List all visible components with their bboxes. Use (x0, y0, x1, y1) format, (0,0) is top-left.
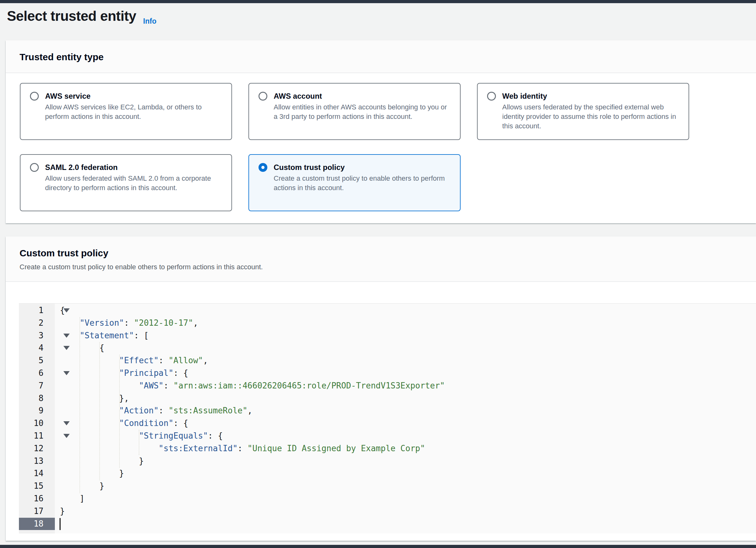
tile-description: Allow entities in other AWS accounts bel… (274, 102, 452, 121)
trusted-entity-type-card-header: Trusted entity type (6, 40, 756, 73)
page-header: Select trusted entity Info (0, 3, 756, 40)
code-line[interactable]: 12 "sts:ExternalId": "Unique ID Assigned… (19, 442, 756, 455)
code-line[interactable]: 6 "Principal": { (19, 367, 756, 380)
tile-aws-service[interactable]: AWS serviceAllow AWS services like EC2, … (20, 83, 232, 140)
tile-label: AWS service (45, 92, 90, 101)
tile-label: AWS account (274, 92, 322, 101)
bottom-bar (0, 545, 756, 548)
line-number: 10 (19, 417, 55, 430)
tile-label: Web identity (502, 92, 547, 101)
code-line[interactable]: 17} (19, 505, 756, 518)
line-number: 17 (19, 505, 55, 518)
text-cursor (60, 518, 61, 530)
policy-code-editor[interactable]: 1{2 "Version": "2012-10-17",3 "Statement… (19, 303, 756, 533)
code-text: "StringEquals": { (60, 430, 223, 442)
line-number: 16 (19, 493, 55, 505)
code-text: } (60, 505, 65, 518)
tile-label: Custom trust policy (274, 163, 345, 172)
line-number: 13 (19, 455, 55, 468)
code-line[interactable]: 15 } (19, 480, 756, 493)
custom-trust-policy-card-header: Custom trust policy Create a custom trus… (6, 236, 756, 282)
editor-lines: 1{2 "Version": "2012-10-17",3 "Statement… (19, 304, 756, 530)
tile-web-identity[interactable]: Web identityAllows users federated by th… (477, 83, 689, 140)
line-number: 5 (19, 354, 55, 367)
code-line[interactable]: 4 { (19, 342, 756, 354)
code-line[interactable]: 1{ (19, 304, 756, 317)
line-number: 11 (19, 430, 55, 442)
trusted-entity-type-card: Trusted entity type AWS serviceAllow AWS… (6, 40, 756, 223)
code-text: "sts:ExternalId": "Unique ID Assigned by… (60, 442, 425, 455)
line-number: 3 (19, 329, 55, 342)
custom-trust-policy-card: Custom trust policy Create a custom trus… (6, 236, 756, 541)
code-line[interactable]: 9 "Action": "sts:AssumeRole", (19, 405, 756, 417)
code-line[interactable]: 10 "Condition": { (19, 417, 756, 430)
radio-web-identity[interactable] (487, 92, 496, 101)
trusted-entity-type-card-body: AWS serviceAllow AWS services like EC2, … (6, 73, 756, 223)
tile-description: Allows users federated by the specified … (502, 102, 680, 131)
select-trusted-entity-page: Select trusted entity Info Trusted entit… (0, 3, 756, 541)
line-number: 12 (19, 442, 55, 455)
code-text: "Action": "sts:AssumeRole", (60, 405, 253, 417)
line-number: 14 (19, 467, 55, 480)
code-line[interactable]: 11 "StringEquals": { (19, 430, 756, 442)
code-line[interactable]: 14 } (19, 467, 756, 480)
code-line[interactable]: 2 "Version": "2012-10-17", (19, 317, 756, 329)
line-number: 6 (19, 367, 55, 380)
radio-custom-trust-policy[interactable] (259, 163, 267, 172)
code-text: { (60, 304, 65, 317)
custom-trust-policy-title: Custom trust policy (20, 248, 742, 259)
code-text: } (60, 467, 124, 480)
code-text: "AWS": "arn:aws:iam::466026206465:role/P… (60, 380, 445, 392)
code-text: "Effect": "Allow", (60, 354, 208, 367)
tile-saml-federation[interactable]: SAML 2.0 federationAllow users federated… (20, 154, 232, 211)
line-number: 7 (19, 380, 55, 392)
code-line[interactable]: 5 "Effect": "Allow", (19, 354, 756, 367)
tile-description: Allow AWS services like EC2, Lambda, or … (45, 102, 223, 121)
code-text: }, (60, 392, 129, 405)
code-line[interactable]: 13 } (19, 455, 756, 468)
radio-aws-account[interactable] (259, 92, 267, 101)
radio-aws-service[interactable] (30, 92, 39, 101)
tile-description: Allow users federated with SAML 2.0 from… (45, 174, 223, 193)
top-bar (0, 0, 756, 3)
tile-description: Create a custom trust policy to enable o… (274, 174, 452, 193)
code-text: } (60, 480, 104, 493)
info-link[interactable]: Info (143, 17, 156, 26)
code-line[interactable]: 7 "AWS": "arn:aws:iam::466026206465:role… (19, 380, 756, 392)
line-number: 18 (19, 518, 55, 530)
code-text: "Version": "2012-10-17", (60, 317, 198, 329)
custom-trust-policy-card-body: 1{2 "Version": "2012-10-17",3 "Statement… (6, 282, 756, 533)
custom-trust-policy-description: Create a custom trust policy to enable o… (20, 263, 742, 271)
tile-aws-account[interactable]: AWS accountAllow entities in other AWS a… (248, 83, 461, 140)
code-line[interactable]: 16 ] (19, 493, 756, 505)
tile-custom-trust-policy[interactable]: Custom trust policyCreate a custom trust… (248, 154, 461, 211)
code-line[interactable]: 8 }, (19, 392, 756, 405)
code-text: "Principal": { (60, 367, 188, 380)
line-number: 4 (19, 342, 55, 354)
code-text: } (60, 455, 144, 468)
code-line[interactable]: 18 (19, 518, 756, 530)
trusted-entity-type-title: Trusted entity type (20, 52, 742, 62)
line-number: 15 (19, 480, 55, 493)
code-line[interactable]: 3 "Statement": [ (19, 329, 756, 342)
page-title: Select trusted entity (7, 8, 136, 24)
code-text: "Condition": { (60, 417, 188, 430)
radio-saml-federation[interactable] (30, 163, 39, 172)
code-text: { (60, 342, 104, 354)
line-number: 2 (19, 317, 55, 329)
tile-label: SAML 2.0 federation (45, 163, 118, 172)
code-text: "Statement": [ (60, 329, 149, 342)
line-number: 8 (19, 392, 55, 405)
code-text: ] (60, 493, 84, 505)
line-number: 9 (19, 405, 55, 417)
line-number: 1 (19, 304, 55, 317)
trusted-entity-tiles: AWS serviceAllow AWS services like EC2, … (20, 83, 742, 211)
